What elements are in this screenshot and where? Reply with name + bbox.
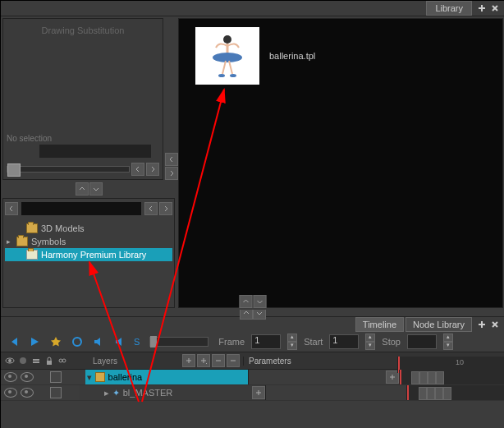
frame-spinner[interactable]: ▴▾ [287, 334, 297, 350]
frame-cell[interactable] [436, 371, 444, 384]
panel-divider[interactable] [1, 310, 504, 316]
asset-thumbnail[interactable] [195, 27, 259, 85]
lock-icon[interactable] [44, 355, 55, 366]
sound-scrub-button[interactable] [112, 334, 127, 349]
frame-input[interactable]: 1 [251, 334, 281, 349]
tree-path-field[interactable] [21, 202, 141, 215]
svg-point-3 [230, 74, 236, 77]
layer-name-ballerina[interactable]: ▾ ballerina [85, 370, 248, 384]
add-layer-menu-button[interactable] [197, 354, 210, 367]
layer-row[interactable]: ▸ ✦ bl_MASTER [1, 385, 504, 401]
start-input[interactable]: 1 [329, 334, 359, 349]
tree-item-label: Harmony Premium Library [41, 250, 146, 260]
svg-point-7 [20, 357, 26, 364]
pane-up-button[interactable] [76, 182, 89, 196]
tree-next-button[interactable] [159, 202, 172, 215]
solo-icon[interactable] [21, 372, 34, 382]
layer-row[interactable]: ▾ ballerina [1, 370, 504, 385]
layer-mode-icon[interactable] [30, 355, 42, 366]
svg-rect-10 [47, 361, 52, 365]
selection-status: No selection [7, 134, 159, 143]
frame-cell[interactable] [419, 387, 427, 400]
sound-button[interactable] [91, 334, 106, 349]
playback-slider[interactable] [149, 337, 208, 347]
close-panel-button[interactable] [488, 318, 502, 331]
start-spinner[interactable]: ▴▾ [365, 334, 375, 350]
delete-layer-menu-button[interactable] [227, 354, 240, 367]
frame-cell[interactable] [427, 387, 435, 400]
scroll-right-button[interactable] [165, 167, 178, 180]
layer-label: ballerina [108, 372, 143, 382]
svg-point-2 [218, 74, 225, 77]
substitution-field[interactable] [39, 145, 151, 158]
chain-icon[interactable] [57, 355, 68, 366]
tree-collapse-button[interactable] [5, 202, 18, 215]
stop-spinner[interactable]: ▴▾ [443, 334, 453, 350]
content-down-button[interactable] [254, 295, 267, 308]
peg-icon [95, 372, 105, 382]
stop-label: Stop [382, 337, 401, 347]
color-swatch[interactable] [50, 387, 62, 398]
tree-item-symbols[interactable]: ▸ Symbols [5, 235, 172, 248]
tree-item-harmony-library[interactable]: Harmony Premium Library [5, 248, 172, 261]
slider-prev-button[interactable] [131, 163, 144, 176]
solo-icon[interactable] [21, 388, 34, 398]
play-button[interactable] [27, 334, 42, 349]
ruler-mark: 10 [456, 358, 464, 366]
tab-library[interactable]: Library [426, 1, 472, 16]
frame-label: Frame [218, 337, 245, 347]
tab-node-library[interactable]: Node Library [405, 317, 472, 332]
stop-input[interactable] [407, 334, 437, 349]
slider-thumb[interactable] [7, 163, 21, 177]
layer-timeline-track[interactable] [399, 370, 504, 384]
frame-cell[interactable] [428, 371, 436, 384]
tree-item-3d-models[interactable]: 3D Models [5, 222, 172, 235]
library-folder-icon [26, 250, 38, 260]
svg-point-0 [223, 35, 231, 44]
favorite-button[interactable] [48, 334, 63, 349]
onion-skin-icon[interactable] [17, 355, 29, 366]
expand-icon[interactable]: ▸ [104, 388, 109, 398]
library-content-panel[interactable]: ballerina.tpl [178, 18, 503, 308]
add-panel-button[interactable] [475, 318, 488, 331]
layer-name-bl-master[interactable]: ▸ ✦ bl_MASTER [80, 385, 265, 400]
frame-cell[interactable] [411, 371, 419, 384]
add-child-button[interactable] [252, 386, 265, 399]
playhead-marker [400, 370, 401, 384]
layer-list: ▾ ballerina [1, 370, 504, 427]
view-mode-icon[interactable] [4, 355, 16, 366]
substitution-slider[interactable] [7, 166, 130, 173]
pane-down-button[interactable] [89, 182, 103, 196]
loop-button[interactable] [70, 334, 85, 349]
delete-layer-button[interactable] [212, 354, 225, 367]
playhead-marker [407, 385, 409, 400]
tree-prev-button[interactable] [144, 202, 158, 215]
frame-cell[interactable] [419, 371, 428, 384]
sound-label: S [134, 337, 140, 347]
library-asset[interactable]: ballerina.tpl [195, 27, 315, 85]
scroll-left-button[interactable] [165, 153, 178, 166]
visibility-icon[interactable] [4, 372, 17, 382]
goto-start-button[interactable] [6, 334, 21, 349]
color-swatch[interactable] [50, 371, 62, 383]
tab-timeline[interactable]: Timeline [355, 317, 404, 332]
slider-next-button[interactable] [146, 163, 159, 176]
playback-thumb[interactable] [150, 336, 157, 347]
layer-params [265, 385, 406, 400]
svg-rect-9 [33, 361, 39, 363]
preview-canvas [3, 42, 163, 131]
frame-cell[interactable] [435, 387, 443, 400]
frame-cell[interactable] [443, 387, 451, 400]
layer-timeline-track[interactable] [406, 385, 504, 400]
add-panel-button[interactable] [475, 2, 488, 15]
visibility-icon[interactable] [4, 388, 17, 398]
timeline-panel-header: Timeline Node Library [1, 317, 504, 332]
add-layer-button[interactable] [182, 354, 195, 367]
peg-icon: ✦ [112, 388, 120, 398]
close-panel-button[interactable] [488, 2, 502, 15]
svg-point-12 [62, 359, 66, 362]
library-tree-panel: 3D Models ▸ Symbols Harmony Premium Libr… [2, 198, 175, 308]
content-up-button[interactable] [240, 295, 253, 308]
folder-icon [16, 237, 28, 246]
expand-icon[interactable]: ▾ [87, 372, 92, 383]
